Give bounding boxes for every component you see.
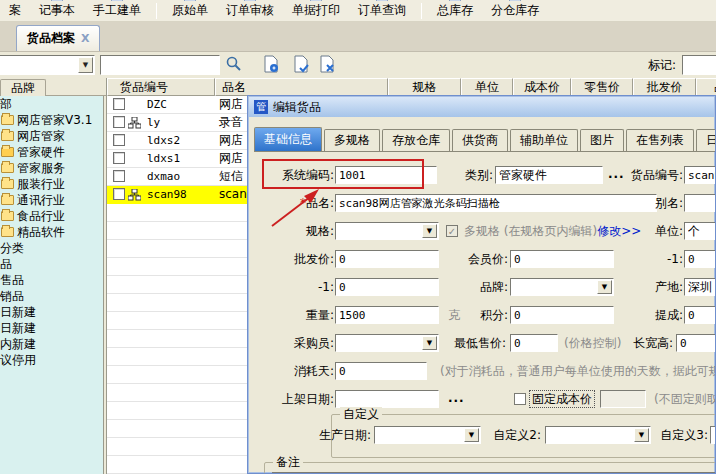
tab-goods-archive[interactable]: 货品档案 X [16,25,100,51]
menu-item-total-stock[interactable]: 总库存 [428,0,482,21]
points-label: 积分: [438,306,508,324]
tab-label: 货品档案 [27,30,75,47]
delete-item-icon[interactable] [318,55,338,73]
col-header-code[interactable]: 货品编号 [107,78,215,96]
spec-combo[interactable]: ▼ [335,222,439,240]
tree-item-selected-category[interactable]: 管家硬件 [0,144,103,160]
edit-item-icon[interactable] [292,55,312,73]
row-name: 录音 [219,114,243,131]
category-input[interactable] [495,166,603,184]
tab-aux-unit[interactable]: 辅助单位 [510,129,578,151]
tab-basic-info[interactable]: 基础信息 [254,127,322,151]
row-name: 网店 [219,132,243,149]
weight-input[interactable] [335,306,439,324]
folder-icon [1,179,14,189]
minus1-input[interactable] [684,250,716,268]
col-header-name[interactable]: 品名 [215,78,388,96]
col-header-unit[interactable]: 单位 [461,78,513,96]
col-header-cost[interactable]: 成本价 [513,78,571,96]
tab-multi-spec[interactable]: 多规格 [324,129,380,151]
col-header-retail[interactable]: 零售价 [571,78,633,96]
custom2-combo[interactable]: ▼ [545,426,651,444]
col-header-brand[interactable]: 品牌 [696,78,716,96]
menu-item-order-review[interactable]: 订单审核 [217,0,283,21]
dialog-title-bar[interactable]: 管 编辑货品 [249,97,714,117]
tree-item[interactable]: 售品 [0,272,103,288]
menu-item-original-order[interactable]: 原始单 [163,0,217,21]
col-header-wholesale[interactable]: 批发价 [633,78,696,96]
filter-combo[interactable]: ▼ [0,55,95,75]
shelf-date-input[interactable] [335,390,439,408]
multi-spec-checkbox[interactable]: ✓ [446,225,458,237]
alias-input[interactable] [684,194,716,212]
tree-label: 分类 [0,240,24,256]
row-code: DZC [147,96,167,113]
row-checkbox[interactable] [113,116,125,128]
chevron-down-icon[interactable]: ▼ [422,336,437,350]
tree-item[interactable]: 通讯行业 [0,192,103,208]
tab-close-icon[interactable]: X [81,32,89,45]
tab-supplier[interactable]: 供货商 [452,129,508,151]
consume-days-input[interactable] [335,362,427,380]
menu-item-archive[interactable]: 案 [0,2,30,21]
tree-item[interactable]: 精品软件 [0,224,103,240]
tree-item[interactable]: 销品 [0,288,103,304]
tree-item[interactable]: 分类 [0,240,103,256]
prod-date-label: 生产日期: [288,426,371,444]
min-price-input[interactable] [510,334,558,352]
tree-item[interactable]: 日新建 [0,304,103,320]
tree-item[interactable]: 食品行业 [0,208,103,224]
tab-picture[interactable]: 图片 [580,129,624,151]
col-header-spec[interactable]: 规格 [388,78,461,96]
fixed-cost-checkbox[interactable] [514,393,526,405]
wholesale-label: 批发价: [254,250,334,268]
tree-item[interactable]: 品 [0,256,103,272]
buyer-combo[interactable]: ▼ [335,334,439,352]
menu-item-warehouse-stock[interactable]: 分仓库存 [482,0,548,21]
row-checkbox[interactable] [113,152,125,164]
dimensions-input[interactable] [676,334,716,352]
tree-item[interactable]: 服装行业 [0,176,103,192]
system-code-input[interactable] [335,166,437,184]
folder-icon [1,227,14,237]
chevron-down-icon[interactable]: ▼ [78,57,93,73]
search-icon[interactable] [224,55,244,73]
commission-input[interactable] [684,306,716,324]
row-checkbox[interactable] [113,98,125,110]
unit-input[interactable] [684,222,716,240]
tree-item[interactable]: 内新建 [0,336,103,352]
tree-item[interactable]: 管家服务 [0,160,103,176]
item-code-input[interactable] [684,166,716,184]
tree-item[interactable]: 网店管家V3.1 [0,112,103,128]
row-checkbox[interactable] [113,170,125,182]
new-item-icon[interactable] [262,55,282,73]
tree-label: 网店管家V3.1 [17,112,92,128]
menu-item-doc-print[interactable]: 单据打印 [283,0,349,21]
row-checkbox[interactable] [113,134,125,146]
sidebar-tab-brand[interactable]: 品牌 [0,79,46,96]
shelf-date-browse-button[interactable]: ... [448,390,465,408]
system-code-label: 系统编码: [254,166,334,184]
tab-on-sale-list[interactable]: 在售列表 [626,129,694,151]
tree-item[interactable]: 日新建 [0,320,103,336]
search-input[interactable] [100,55,220,75]
menu-item-notepad[interactable]: 记事本 [30,0,84,21]
tab-log[interactable]: 日志 [696,129,716,151]
origin-input[interactable] [684,278,716,296]
minus1b-input[interactable] [335,278,439,296]
chevron-down-icon[interactable]: ▼ [464,428,479,442]
tree-item-all[interactable]: 部 [0,96,103,112]
tree-item[interactable]: 议停用 [0,352,103,368]
chevron-down-icon[interactable]: ▼ [422,224,437,238]
wholesale-input[interactable] [335,250,439,268]
tree-item[interactable]: 网店管家 [0,128,103,144]
row-checkbox[interactable] [113,188,125,200]
menu-item-order-query[interactable]: 订单查询 [349,0,415,21]
mark-input[interactable] [682,55,716,75]
prod-date-combo[interactable]: ▼ [374,426,481,444]
custom3-input[interactable] [710,426,716,444]
dialog-title: 编辑货品 [273,99,321,116]
fixed-cost-label[interactable]: 固定成本价 [530,391,594,407]
menu-item-manual-order[interactable]: 手工建单 [84,0,150,21]
tab-warehouse[interactable]: 存放仓库 [382,129,450,151]
